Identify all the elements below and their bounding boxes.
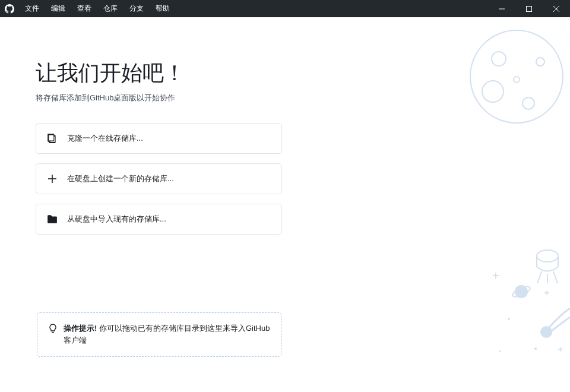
menu-help[interactable]: 帮助 (150, 0, 176, 17)
plus-icon (47, 173, 58, 184)
maximize-button[interactable] (515, 0, 543, 17)
page-subtitle: 将存储库添加到GitHub桌面版以开始协作 (36, 93, 185, 103)
option-label: 克隆一个在线存储库... (67, 133, 143, 144)
add-local-repository-button[interactable]: 从硬盘中导入现有的存储库... (36, 204, 282, 235)
svg-point-9 (514, 77, 520, 83)
svg-line-12 (553, 271, 558, 283)
svg-point-25 (499, 350, 501, 352)
svg-point-23 (508, 318, 510, 320)
hero: 让我们开始吧！ 将存储库添加到GitHub桌面版以开始协作 (36, 59, 185, 103)
svg-line-11 (537, 271, 542, 283)
svg-point-8 (536, 58, 544, 66)
github-logo-icon (0, 4, 19, 14)
svg-rect-1 (527, 6, 532, 11)
menu-view[interactable]: 查看 (71, 0, 97, 17)
close-button[interactable] (543, 0, 570, 17)
dot-icon (534, 347, 537, 350)
menu-edit[interactable]: 编辑 (45, 0, 71, 17)
svg-point-5 (492, 52, 506, 66)
dot-icon (507, 317, 511, 321)
create-repository-button[interactable]: 在硬盘上创建一个新的存储库... (36, 163, 282, 194)
clone-repository-button[interactable]: 克隆一个在线存储库... (36, 123, 282, 154)
svg-point-6 (482, 81, 504, 102)
star-icon (493, 273, 499, 279)
page-title: 让我们开始吧！ (36, 59, 185, 88)
option-label: 在硬盘上创建一个新的存储库... (67, 173, 174, 184)
moon-illustration-icon (457, 26, 564, 133)
planet-illustration-icon (511, 282, 531, 302)
menu-branch[interactable]: 分支 (124, 0, 150, 17)
svg-point-24 (534, 347, 537, 350)
content-area: 让我们开始吧！ 将存储库添加到GitHub桌面版以开始协作 克隆一个在线存储库.… (0, 17, 570, 392)
dot-icon (499, 350, 502, 353)
titlebar: 文件 编辑 查看 仓库 分支 帮助 (0, 0, 570, 17)
star-icon (558, 347, 563, 352)
telescope-illustration-icon (533, 249, 562, 284)
comet-illustration-icon (537, 308, 570, 341)
window-controls (488, 0, 570, 17)
clone-icon (47, 133, 58, 144)
minimize-button[interactable] (488, 0, 515, 17)
star-icon (544, 290, 549, 295)
lightbulb-icon (48, 324, 58, 333)
tip-text: 操作提示! 你可以拖动已有的存储库目录到这里来导入GitHub客户端 (64, 323, 270, 346)
folder-icon (47, 214, 58, 225)
menu-repository[interactable]: 仓库 (97, 0, 124, 17)
svg-point-16 (540, 326, 552, 338)
menu-file[interactable]: 文件 (19, 0, 45, 17)
tip-strong: 操作提示! (64, 324, 97, 333)
pro-tip-box: 操作提示! 你可以拖动已有的存储库目录到这里来导入GitHub客户端 (37, 312, 281, 357)
svg-point-10 (537, 250, 558, 262)
start-options: 克隆一个在线存储库... 在硬盘上创建一个新的存储库... 从硬盘中导入现有的存… (36, 123, 282, 244)
menu-bar: 文件 编辑 查看 仓库 分支 帮助 (19, 0, 176, 17)
svg-point-7 (522, 97, 534, 109)
option-label: 从硬盘中导入现有的存储库... (67, 214, 166, 225)
